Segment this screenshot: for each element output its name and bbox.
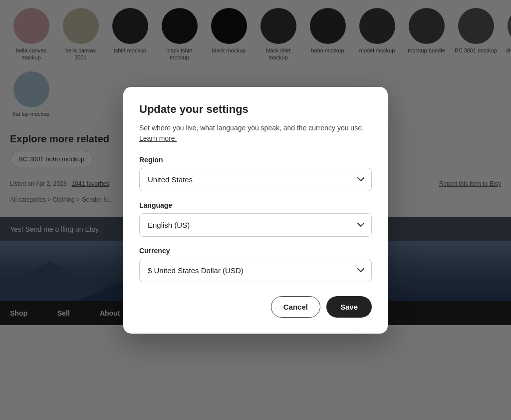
cancel-button[interactable]: Cancel — [271, 296, 320, 318]
modal-title: Update your settings — [139, 103, 372, 116]
language-label: Language — [139, 201, 372, 209]
modal-actions: Cancel Save — [139, 296, 372, 318]
language-select[interactable]: English (US) English (UK) Deutsch França… — [139, 213, 372, 237]
currency-select[interactable]: $ United States Dollar (USD) £ British P… — [139, 259, 372, 282]
region-select[interactable]: United States United Kingdom Canada Aust… — [139, 168, 372, 191]
modal-overlay: Update your settings Set where you live,… — [0, 0, 511, 420]
region-label: Region — [139, 156, 372, 164]
settings-modal: Update your settings Set where you live,… — [123, 87, 388, 334]
region-group: Region United States United Kingdom Cana… — [139, 156, 372, 191]
save-button[interactable]: Save — [326, 296, 372, 318]
currency-label: Currency — [139, 247, 372, 255]
currency-group: Currency $ United States Dollar (USD) £ … — [139, 247, 372, 282]
language-group: Language English (US) English (UK) Deuts… — [139, 201, 372, 237]
modal-description: Set where you live, what language you sp… — [139, 123, 372, 144]
learn-more-link[interactable]: Learn more. — [139, 134, 177, 142]
